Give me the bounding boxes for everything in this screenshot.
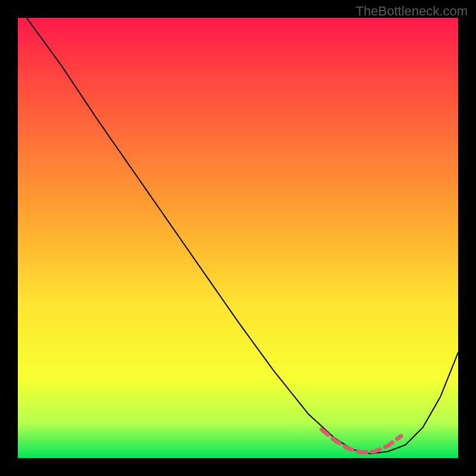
chart-svg — [18, 18, 458, 458]
chart-plot-area — [18, 18, 458, 458]
watermark-text: TheBottleneck.com — [356, 4, 468, 19]
gradient-background — [18, 18, 458, 458]
